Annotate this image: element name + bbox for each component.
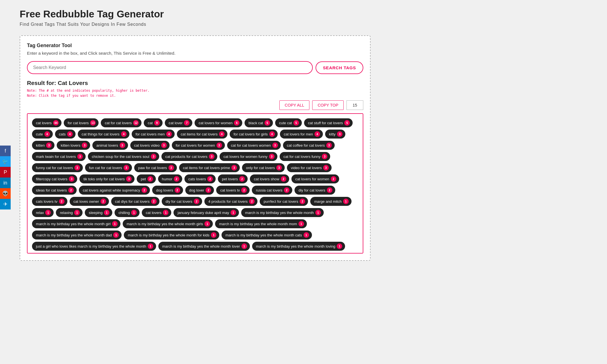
tag-item[interactable]: cat lovers for men 4 xyxy=(280,130,323,139)
tag-item[interactable]: video for cat lovers 3 xyxy=(287,163,332,172)
tag-badge: 4 xyxy=(269,131,275,137)
tag-item[interactable]: march is my birthday yes the whole month… xyxy=(222,231,312,239)
tag-item[interactable]: cat lovers 44 xyxy=(32,118,61,127)
tag-item[interactable]: funny cat for cat lovers 3 xyxy=(32,163,83,172)
tag-item[interactable]: cat items for cat lovers 4 xyxy=(177,130,227,139)
tag-item[interactable]: cat lovers video 3 xyxy=(130,141,170,150)
tag-badge: 3 xyxy=(216,142,222,148)
tag-item[interactable]: march is my birthday yes the whole month… xyxy=(215,219,307,228)
tag-item[interactable]: relax 1 xyxy=(32,208,54,217)
tag-item[interactable]: diy for cat lovers 2 xyxy=(295,186,335,195)
tag-item[interactable]: pet 2 xyxy=(137,174,156,183)
search-button[interactable]: SEARCH TAGS xyxy=(316,61,363,74)
tag-item[interactable]: tik toks only for cat lovers 3 xyxy=(79,174,134,183)
tag-item[interactable]: animal lovers 3 xyxy=(92,141,128,150)
tag-item[interactable]: russia cat lovers 2 xyxy=(252,186,292,195)
tag-item[interactable]: ideas for cat lovers 2 xyxy=(32,186,77,195)
tag-badge: 5 xyxy=(264,120,270,126)
tag-item[interactable]: january february duke april may 1 xyxy=(174,208,239,217)
tag-item[interactable]: for cat lovers for women 3 xyxy=(172,141,225,150)
tag-badge: 3 xyxy=(69,176,74,182)
tag-item[interactable]: cat for cat lovers funny 3 xyxy=(280,152,330,161)
tag-item[interactable]: filtercopy cat lovers 3 xyxy=(32,174,77,183)
tag-item[interactable]: cat lovers against white supremacy 2 xyxy=(79,186,150,195)
tag-item[interactable]: purrfect for cat lovers 2 xyxy=(260,197,308,206)
tag-item[interactable]: paw for cat lovers 3 xyxy=(134,163,177,172)
tag-item[interactable]: cat lovers for women 6 xyxy=(195,118,242,127)
tag-item[interactable]: sleeping 1 xyxy=(85,208,112,217)
tag-item[interactable]: march is my birthday yes the whole month… xyxy=(32,219,120,228)
tag-item[interactable]: march is my birthday yes the whole month… xyxy=(32,231,122,239)
copy-top-button[interactable]: COPY TOP xyxy=(312,100,344,110)
facebook-button[interactable]: f xyxy=(0,146,11,156)
tag-item[interactable]: only for cat lovers 3 xyxy=(242,163,285,172)
tag-badge: 2 xyxy=(59,199,65,204)
tag-item[interactable]: march is my birthday yes the whole month… xyxy=(32,253,125,254)
tag-item[interactable]: for cat lovers for girls 4 xyxy=(230,130,278,139)
tag-item[interactable]: march is my birthday yes the whole month… xyxy=(158,242,250,251)
page-subtitle: Find Great Tags That Suits Your Designs … xyxy=(20,22,371,27)
tag-item[interactable]: cat diys for cat lovers 2 xyxy=(111,197,159,206)
twitter-button[interactable]: 🐦 xyxy=(0,156,11,167)
tag-badge: 1 xyxy=(343,199,349,204)
tag-item[interactable]: fun cat for cat lovers 3 xyxy=(85,163,132,172)
tag-item[interactable]: cat for cat lovers 12 xyxy=(101,118,142,127)
tag-badge: 3 xyxy=(323,165,329,171)
tag-item[interactable]: march is my birthday yes the whole month… xyxy=(124,231,219,239)
tag-item[interactable]: relaxing 1 xyxy=(56,208,83,217)
tag-item[interactable]: cats 4 xyxy=(55,130,76,139)
tag-item[interactable]: dog lover 2 xyxy=(185,186,214,195)
tag-badge: 3 xyxy=(269,154,275,159)
tag-item[interactable]: humor 2 xyxy=(158,174,182,183)
linkedin-button[interactable]: in xyxy=(0,178,11,188)
tag-item[interactable]: cats lovers 2 xyxy=(184,174,216,183)
tag-item[interactable]: march is my birthday yes the whole month… xyxy=(123,219,213,228)
telegram-button[interactable]: ✈ xyxy=(0,199,11,209)
tag-item[interactable]: kitty 3 xyxy=(325,130,345,139)
reddit-button[interactable]: 👽 xyxy=(0,188,11,199)
tag-item[interactable]: cute 4 xyxy=(32,130,53,139)
tag-item[interactable]: diy for cat lovers 2 xyxy=(162,197,202,206)
tag-item[interactable]: 4 products for cat lovers 2 xyxy=(204,197,257,206)
tag-item[interactable]: march is my birthday yes the whole month… xyxy=(252,242,345,251)
pinterest-button[interactable]: P xyxy=(0,167,11,178)
tag-item[interactable]: black cat 5 xyxy=(245,118,273,127)
tag-item[interactable]: cat lovers for women 2 xyxy=(291,174,339,183)
tag-item[interactable]: cat lovers 1 xyxy=(142,208,171,217)
tag-item[interactable]: just a girl who loves likes march is my … xyxy=(32,242,156,251)
tag-item[interactable]: cat lovers for women funny 3 xyxy=(220,152,277,161)
tag-item[interactable]: kitten lovers 3 xyxy=(57,141,90,150)
tag-item[interactable]: cat stuff for cat lovers 5 xyxy=(304,118,353,127)
tag-item[interactable]: marge and mitch 1 xyxy=(310,197,352,206)
tag-item[interactable]: cat lovers show 2 xyxy=(250,174,289,183)
tag-item[interactable]: cat loves owner 2 xyxy=(70,197,109,206)
tag-badge: 1 xyxy=(131,210,137,215)
tag-item[interactable]: for cat lovers 13 xyxy=(64,118,99,127)
tag-item[interactable]: march is my birthday yes the whole month… xyxy=(226,253,323,254)
tag-item[interactable]: cat coffee for cat lovers 3 xyxy=(283,141,335,150)
tag-item[interactable]: cat 9 xyxy=(144,118,163,127)
tag-item[interactable]: march is my birthday yes the whole month… xyxy=(127,253,223,254)
tag-badge: 2 xyxy=(300,199,305,204)
tag-badge: 7 xyxy=(184,120,190,126)
tag-item[interactable]: cat for cat lovers women 3 xyxy=(227,141,281,150)
copy-top-number[interactable] xyxy=(346,100,363,110)
tag-item[interactable]: pet lovers 2 xyxy=(218,174,248,183)
tag-item[interactable]: dog lovers 2 xyxy=(152,186,183,195)
tag-item[interactable]: cute cat 5 xyxy=(275,118,302,127)
tag-item[interactable]: march is my birthday yes the whole month… xyxy=(241,208,324,217)
tags-box: cat lovers 44for cat lovers 13cat for ca… xyxy=(27,113,363,254)
tag-item[interactable]: cat lovers tv 2 xyxy=(216,186,250,195)
tag-item[interactable]: cat things for cat lovers 4 xyxy=(78,130,129,139)
tag-item[interactable]: cats lovers tv 2 xyxy=(32,197,67,206)
tag-item[interactable]: chilling 1 xyxy=(115,208,140,217)
tag-item[interactable]: chicken soup for the cat lovers soul 3 xyxy=(88,152,159,161)
tag-item[interactable]: mark twain for cat lovers 3 xyxy=(32,152,86,161)
tag-item[interactable]: kitten 3 xyxy=(32,141,54,150)
tag-item[interactable]: cat lover 7 xyxy=(165,118,193,127)
search-input[interactable] xyxy=(27,61,313,74)
tag-item[interactable]: cat items for cat lovers prime 3 xyxy=(179,163,240,172)
tag-item[interactable]: for cat lovers men 4 xyxy=(132,130,175,139)
copy-all-button[interactable]: COPY ALL xyxy=(279,100,309,110)
tag-item[interactable]: cat products for cat lovers 3 xyxy=(161,152,217,161)
